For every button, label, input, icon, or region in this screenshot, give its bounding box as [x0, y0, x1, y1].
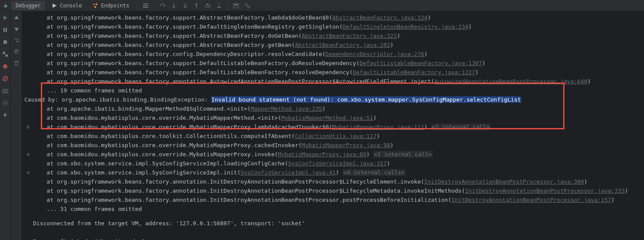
endpoints-icon [92, 3, 98, 9]
console-line: ⊞ at com.xbo.system.service.impl.SysConf… [24, 168, 641, 177]
run-to-cursor-icon[interactable] [214, 1, 224, 10]
drop-frame-icon[interactable] [203, 1, 212, 10]
separator [137, 2, 137, 9]
internal-calls-annotation[interactable]: <1 internal call> [373, 151, 433, 158]
tab-endpoints[interactable]: Endpoints [88, 1, 133, 10]
exception-message-selected[interactable]: Invalid bound statement (not found): com… [211, 96, 521, 103]
console-line: at org.springframework.beans.factory.sup… [24, 40, 641, 49]
step-into-icon[interactable] [169, 1, 179, 10]
frame-class: org.springframework.beans.factory.config… [57, 51, 322, 57]
console-line: at org.springframework.beans.factory.sup… [24, 68, 641, 77]
paren: ( [461, 187, 465, 194]
svg-rect-24 [234, 4, 238, 6]
source-link[interactable]: AbstractBeanFactory.java:324 [332, 14, 428, 21]
frame-class: org.springframework.beans.factory.suppor… [57, 14, 329, 21]
frame-class: com.baomidou.mybatisplus.core.toolkit.Co… [57, 133, 292, 139]
console-output[interactable]: at org.springframework.beans.factory.sup… [22, 11, 644, 240]
pause-icon[interactable] [1, 26, 9, 34]
paren: ) [366, 151, 373, 158]
source-link[interactable]: MapperMethod.java:235 [251, 105, 322, 112]
caused-by-label: Caused by: [24, 96, 62, 103]
at-prefix: at [33, 14, 57, 21]
tab-label: Debugger [16, 3, 41, 9]
source-link[interactable]: AutowiredAnnotationBeanPostProcessor.jav… [435, 78, 588, 85]
internal-calls-annotation[interactable]: <1 internal call> [431, 124, 491, 130]
frame-class: org.springframework.beans.factory.suppor… [57, 60, 356, 66]
gear-icon[interactable] [1, 99, 9, 107]
step-over-icon[interactable] [158, 1, 167, 10]
source-link[interactable]: SysConfigServiceImpl.java:41 [240, 169, 335, 176]
console-line [24, 228, 641, 237]
svg-marker-41 [14, 16, 19, 19]
frame-class: com.baomidou.mybatisplus.core.override.M… [57, 124, 329, 130]
at-prefix: at [33, 60, 57, 66]
trace-icon[interactable] [242, 1, 252, 10]
console-line: at com.baomidou.mybatisplus.core.toolkit… [24, 132, 641, 141]
source-link[interactable]: DependencyDescriptor.java:276 [325, 51, 424, 57]
source-link[interactable]: InitDestroyAnnotationBeanPostProcessor.j… [465, 187, 625, 194]
source-link[interactable]: SysConfigServiceImpl.java:157 [288, 160, 387, 167]
trash-icon[interactable] [13, 59, 20, 67]
svg-marker-16 [184, 7, 186, 8]
svg-rect-10 [143, 7, 148, 8]
force-step-icon[interactable] [180, 1, 190, 10]
wrap-icon[interactable] [13, 36, 20, 44]
camera-icon[interactable] [1, 87, 9, 95]
source-link[interactable]: DefaultSingletonBeanRegistry.java:234 [342, 23, 468, 30]
console-line: at org.apache.ibatis.binding.MapperMetho… [24, 104, 641, 113]
separator [227, 2, 228, 9]
evaluate-icon[interactable] [231, 1, 241, 10]
source-link[interactable]: InitDestroyAnnotationBeanPostProcessor.j… [451, 197, 611, 203]
paren: ( [448, 197, 451, 203]
console-line: at org.springframework.beans.factory.con… [24, 49, 641, 59]
paren: ) [387, 160, 390, 167]
step-out-icon[interactable] [192, 1, 201, 10]
source-link[interactable]: MybatisMapperProxy.java:98 [302, 142, 390, 148]
omitted-frames: ... 31 common frames omitted [33, 206, 142, 212]
debug-toolbar: Debugger Console Endpoints [0, 0, 644, 11]
svg-marker-28 [3, 16, 7, 20]
source-link[interactable]: AbstractBeanFactory.java:202 [295, 42, 390, 48]
paren: ) [428, 14, 431, 21]
paren: ( [431, 78, 435, 85]
at-prefix: at [33, 187, 57, 194]
print-icon[interactable] [13, 48, 20, 56]
frame-class: org.springframework.beans.factory.annota… [57, 187, 461, 194]
paren: ( [285, 160, 288, 167]
console-line: at org.springframework.beans.factory.sup… [24, 31, 641, 40]
mute-breakpoints-icon[interactable] [1, 62, 9, 70]
console-line: at com.baomidou.mybatisplus.core.overrid… [24, 113, 641, 122]
tab-debugger[interactable]: Debugger [11, 1, 45, 10]
source-link[interactable]: InitDestroyAnnotationBeanPostProcessor.j… [424, 178, 584, 185]
svg-marker-18 [195, 3, 198, 5]
expand-frames-icon[interactable]: ⊞ [24, 150, 32, 159]
frame-class: org.apache.ibatis.binding.MapperMethod$S… [57, 105, 247, 112]
paren: ) [475, 69, 478, 76]
source-link[interactable]: MybatisMapperMethod.java:51 [281, 115, 373, 121]
console-line: at org.springframework.beans.factory.sup… [24, 59, 641, 68]
svg-rect-46 [15, 62, 18, 65]
pin-icon[interactable] [1, 111, 9, 119]
paren: ( [247, 105, 251, 112]
tab-console[interactable]: Console [47, 1, 86, 10]
bug-icon[interactable] [2, 2, 10, 10]
up-arrow-icon[interactable] [13, 14, 20, 22]
paren: ( [275, 151, 278, 158]
source-link[interactable]: MybatisMapperProxy.java:111 [332, 124, 424, 130]
disabled-breakpoint-icon[interactable] [1, 75, 9, 82]
down-arrow-icon[interactable] [13, 25, 20, 33]
view-breakpoints-icon[interactable] [1, 50, 9, 58]
expand-frames-icon[interactable]: ⊞ [24, 122, 32, 132]
source-link[interactable]: CollectionUtils.java:117 [295, 133, 377, 139]
threads-icon[interactable] [141, 1, 150, 10]
source-link[interactable]: MybatisMapperProxy.java:89 [278, 151, 367, 158]
stop-icon[interactable] [1, 38, 9, 46]
expand-frames-icon[interactable]: ⊞ [24, 168, 32, 177]
source-link[interactable]: AbstractBeanFactory.java:322 [302, 33, 397, 39]
source-link[interactable]: DefaultListableBeanFactory.java:1227 [353, 69, 475, 76]
source-link[interactable]: DefaultListableBeanFactory.java:1307 [359, 60, 482, 66]
svg-rect-25 [245, 3, 247, 5]
internal-calls-annotation[interactable]: <4 internal calls> [342, 169, 405, 176]
svg-marker-43 [16, 41, 17, 43]
rerun-icon[interactable] [1, 14, 9, 22]
